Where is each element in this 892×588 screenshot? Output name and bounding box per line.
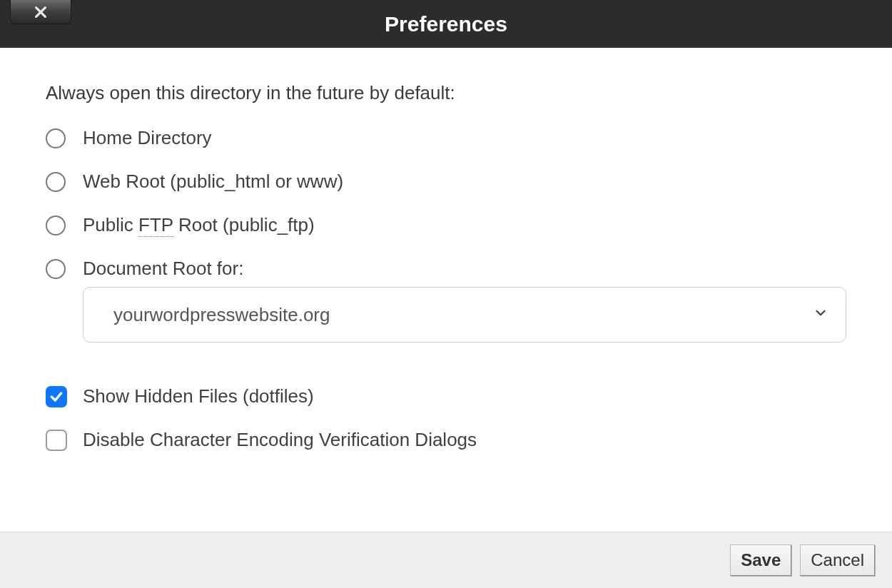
dialog-titlebar: Preferences [0, 0, 892, 48]
radio-icon [46, 259, 66, 279]
radio-icon [46, 128, 66, 148]
radio-label: Public FTP Root (public_ftp) [83, 214, 315, 236]
dialog-content: Always open this directory in the future… [0, 48, 892, 532]
default-directory-prompt: Always open this directory in the future… [46, 82, 846, 104]
radio-label: Document Root for: [83, 258, 243, 280]
checkbox-icon [46, 386, 67, 407]
checkbox-icon [46, 430, 67, 451]
radio-document-root[interactable]: Document Root for: [46, 258, 846, 280]
domain-select-value: yourwordpresswebsite.org [113, 304, 330, 326]
chevron-down-icon [813, 304, 828, 326]
radio-public-ftp-root[interactable]: Public FTP Root (public_ftp) [46, 214, 846, 236]
ftp-suffix: Root (public_ftp) [173, 214, 315, 235]
radio-web-root[interactable]: Web Root (public_html or www) [46, 171, 846, 193]
radio-home-directory[interactable]: Home Directory [46, 127, 846, 149]
dialog-footer: Save Cancel [0, 532, 892, 588]
dialog-title: Preferences [0, 12, 892, 36]
radio-label: Home Directory [83, 127, 212, 149]
radio-icon [46, 172, 66, 192]
checkbox-label: Show Hidden Files (dotfiles) [83, 385, 314, 407]
ftp-prefix: Public [83, 214, 138, 235]
cancel-button[interactable]: Cancel [800, 544, 875, 576]
checkbox-disable-encoding-dialogs[interactable]: Disable Character Encoding Verification … [46, 429, 846, 451]
radio-label: Web Root (public_html or www) [83, 171, 343, 193]
domain-select-wrap: yourwordpresswebsite.org [83, 287, 846, 343]
close-button[interactable] [10, 0, 71, 24]
radio-icon [46, 216, 66, 235]
close-icon [33, 4, 49, 20]
ftp-abbr: FTP [138, 214, 173, 237]
save-button[interactable]: Save [730, 544, 791, 576]
checkbox-show-hidden-files[interactable]: Show Hidden Files (dotfiles) [46, 385, 846, 407]
checkbox-label: Disable Character Encoding Verification … [83, 429, 477, 451]
domain-select[interactable]: yourwordpresswebsite.org [83, 287, 846, 343]
